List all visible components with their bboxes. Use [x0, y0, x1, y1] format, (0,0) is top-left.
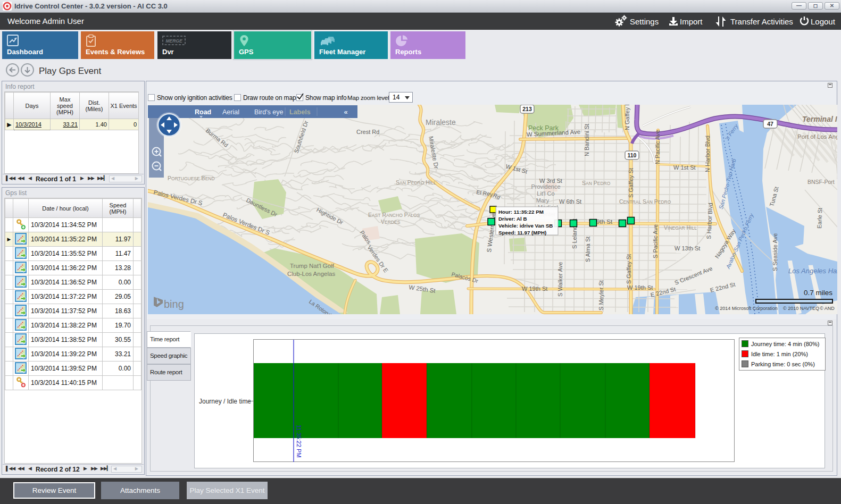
svg-text:N Harbor Blvd: N Harbor Blvd	[704, 136, 711, 172]
svg-text:MERGE: MERGE	[165, 38, 182, 44]
svg-text:Speed: 11.97 (MPH): Speed: 11.97 (MPH)	[498, 230, 546, 236]
svg-text:W 13th St: W 13th St	[675, 245, 700, 251]
svg-text:S Seaside Ave: S Seaside Ave	[772, 233, 778, 271]
svg-text:Labels: Labels	[289, 108, 311, 116]
svg-text:Crest Rd: Crest Rd	[356, 129, 379, 135]
svg-text:S Walker Ave: S Walker Ave	[557, 262, 563, 297]
svg-text:110: 110	[628, 152, 637, 158]
svg-text:SAN PEDRO: SAN PEDRO	[582, 180, 611, 186]
svg-text:N Gaffey Pl: N Gaffey Pl	[624, 105, 630, 130]
svg-text:Aerial: Aerial	[222, 108, 239, 116]
svg-text:«: «	[344, 108, 347, 116]
svg-text:W 19th St: W 19th St	[522, 285, 547, 292]
svg-text:Vehicle: idrive Van SB: Vehicle: idrive Van SB	[498, 223, 553, 229]
svg-text:Miraleste: Miraleste	[426, 118, 456, 127]
svg-text:© 2010 NAVTEQ: © 2010 NAVTEQ	[783, 306, 819, 311]
svg-text:Los Angeles Harb: Los Angeles Harb	[788, 267, 837, 275]
svg-text:N Pacific Ave: N Pacific Ave	[654, 130, 661, 164]
svg-text:213: 213	[522, 106, 532, 112]
svg-text:bing: bing	[164, 298, 184, 310]
svg-text:© 2014 Microsoft Corporation: © 2014 Microsoft Corporation	[715, 306, 778, 311]
svg-text:S Meyler St: S Meyler St	[598, 280, 604, 310]
svg-text:BNSF-Port: BNSF-Port	[807, 179, 835, 185]
svg-text:SAN PEDRO HILL: SAN PEDRO HILL	[396, 179, 436, 186]
svg-text:VERDES: VERDES	[381, 219, 401, 225]
svg-text:Driver: Al B: Driver: Al B	[498, 216, 527, 222]
svg-text:Earle St: Earle St	[816, 208, 823, 229]
svg-text:W 19th St: W 19th St	[627, 284, 653, 291]
svg-text:PORTUGUESE BEND: PORTUGUESE BEND	[168, 175, 215, 181]
svg-text:W 1st St: W 1st St	[673, 164, 696, 171]
svg-text:47: 47	[767, 121, 773, 127]
svg-text:Port of Los Angel: Port of Los Angel	[797, 133, 837, 140]
svg-text:VINEGAR HILL: VINEGAR HILL	[664, 224, 697, 231]
svg-text:S Alma St: S Alma St	[585, 237, 591, 262]
svg-text:© AND: © AND	[820, 306, 835, 311]
svg-text:Terminal Isl: Terminal Isl	[802, 115, 837, 123]
svg-text:S Gaffey St: S Gaffey St	[628, 168, 634, 198]
svg-text:Road: Road	[195, 108, 211, 116]
svg-text:S Gaffey St: S Gaffey St	[626, 254, 632, 284]
svg-text:Club-Los Angelas: Club-Los Angelas	[287, 271, 335, 277]
svg-text:Lit'l Co: Lit'l Co	[537, 190, 554, 197]
svg-text:N Bandini St: N Bandini St	[584, 124, 590, 156]
svg-text:CENTRAL SAN PEDRO: CENTRAL SAN PEDRO	[619, 198, 671, 205]
svg-text:Hour: 11:35:22 PM: Hour: 11:35:22 PM	[498, 209, 544, 215]
svg-text:S Pacific Ave: S Pacific Ave	[652, 224, 659, 258]
svg-text:EAST RANCHO PALOS: EAST RANCHO PALOS	[368, 212, 420, 218]
svg-text:Mary: Mary	[536, 197, 549, 204]
svg-text:Providence: Providence	[531, 183, 560, 190]
svg-text:Trump Nat'l Golf: Trump Nat'l Golf	[290, 263, 335, 269]
svg-text:Bird's eye: Bird's eye	[254, 108, 284, 116]
svg-text:W 6th St: W 6th St	[559, 198, 581, 205]
svg-text:0.7 miles: 0.7 miles	[804, 289, 832, 297]
svg-text:11:35:22 PM: 11:35:22 PM	[296, 425, 302, 458]
